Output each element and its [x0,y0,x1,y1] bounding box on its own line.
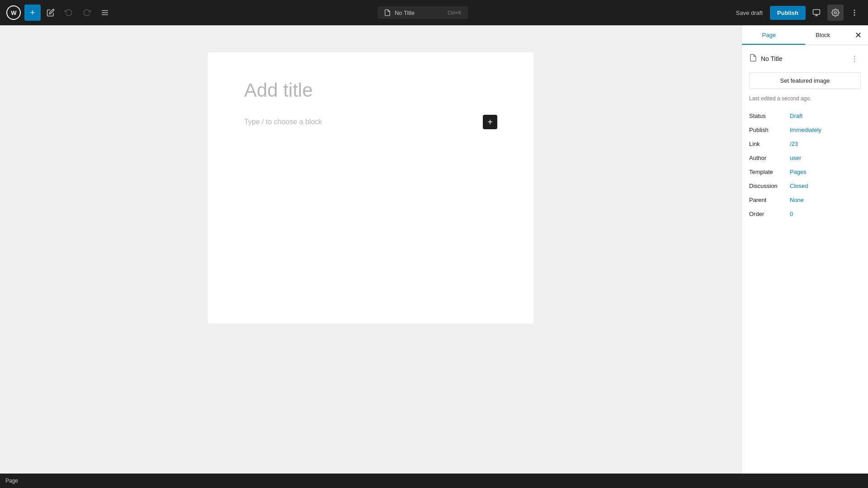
edit-mode-button[interactable] [42,5,59,21]
meta-row: Link/23 [749,137,861,151]
meta-value[interactable]: user [790,151,861,165]
doc-title-shortcut: Ctrl+K [448,10,462,15]
meta-label: Template [749,165,790,179]
wp-logo[interactable]: W [5,5,22,21]
svg-point-8 [854,12,855,13]
status-bar-label: Page [5,478,18,484]
meta-value[interactable]: Closed [790,179,861,193]
svg-point-9 [854,15,855,16]
toolbar-right: Save draft Publish [731,5,863,21]
page-tab[interactable]: Page [742,25,796,45]
sidebar-doc-more-button[interactable]: ⋮ [848,52,861,65]
meta-row: ParentNone [749,193,861,207]
meta-value[interactable]: Pages [790,165,861,179]
status-bar: Page [0,474,868,488]
more-options-button[interactable] [846,5,863,21]
meta-label: Author [749,151,790,165]
settings-button[interactable] [827,5,844,21]
add-block-button[interactable]: + [483,115,497,129]
meta-row: Authoruser [749,151,861,165]
meta-label: Link [749,137,790,151]
doc-title-text: No Title [395,9,415,16]
title-area[interactable]: Add title [244,80,497,101]
list-view-button[interactable] [97,5,113,21]
svg-point-6 [835,12,837,14]
svg-point-7 [854,10,855,11]
sidebar: Page Block ✕ No Title ⋮ Set featured ima… [741,25,868,474]
document-title-button[interactable]: No Title Ctrl+K [377,6,468,19]
meta-value[interactable]: /23 [790,137,861,151]
redo-button[interactable] [79,5,95,21]
save-draft-button[interactable]: Save draft [731,7,767,19]
meta-row: TemplatePages [749,165,861,179]
preview-button[interactable] [808,5,825,21]
editor-inner: Add title Type / to choose a block + [208,52,533,324]
meta-label: Status [749,109,790,123]
toolbar-center: No Title Ctrl+K [114,6,731,19]
last-edited-text: Last edited a second ago. [749,95,861,102]
sidebar-tabs: Page Block ✕ [742,25,868,45]
meta-row: StatusDraft [749,109,861,123]
sidebar-doc-title: No Title [761,55,844,62]
document-icon [749,54,757,64]
meta-row: Order0 [749,207,861,221]
meta-label: Order [749,207,790,221]
publish-button[interactable]: Publish [770,6,806,20]
meta-row: DiscussionClosed [749,179,861,193]
sidebar-content: No Title ⋮ Set featured image Last edite… [742,45,868,474]
svg-rect-3 [813,9,820,14]
meta-value[interactable]: 0 [790,207,861,221]
meta-value[interactable]: Draft [790,109,861,123]
undo-button[interactable] [61,5,77,21]
sidebar-close-button[interactable]: ✕ [850,27,866,43]
main-content: Add title Type / to choose a block + Pag… [0,25,868,474]
meta-label: Parent [749,193,790,207]
meta-row: PublishImmediately [749,123,861,137]
toolbar: W + No Title Ctrl+K Save draft Publish [0,0,868,25]
block-area: Type / to choose a block + [244,115,497,129]
block-placeholder-text[interactable]: Type / to choose a block [244,118,477,126]
block-tab[interactable]: Block [796,25,850,45]
set-featured-image-button[interactable]: Set featured image [749,72,861,89]
add-block-toolbar-button[interactable]: + [24,5,41,21]
meta-value[interactable]: Immediately [790,123,861,137]
meta-value[interactable]: None [790,193,861,207]
meta-label: Discussion [749,179,790,193]
meta-table: StatusDraftPublishImmediatelyLink/23Auth… [749,109,861,221]
editor-area: Add title Type / to choose a block + [0,25,741,474]
meta-label: Publish [749,123,790,137]
sidebar-doc-header: No Title ⋮ [749,52,861,65]
